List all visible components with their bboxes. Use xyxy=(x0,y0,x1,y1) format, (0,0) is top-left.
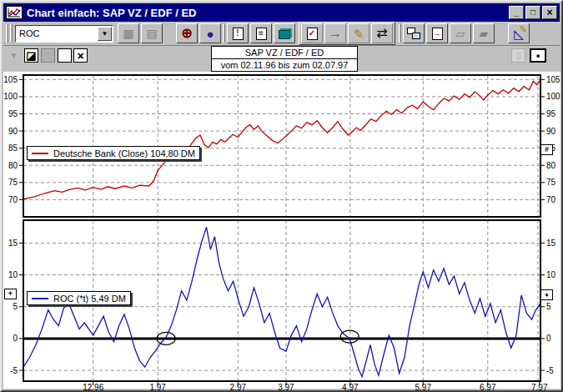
roc-pane-tool-button[interactable]: ♦ xyxy=(540,289,553,300)
chart-controls-row: ▼ ◪ × SAP VZ / EDF / ED vom 02.11.96 bis… xyxy=(3,46,560,72)
portfolio-cube-button[interactable] xyxy=(274,23,295,43)
svg-text:15: 15 xyxy=(546,239,556,248)
svg-text:95: 95 xyxy=(546,109,556,118)
title-bar[interactable]: Chart einfach: SAP VZ / EDF / ED _ □ × xyxy=(3,3,560,22)
draw-button[interactable]: ✎ xyxy=(348,23,369,43)
gray-fill-button[interactable] xyxy=(41,48,55,63)
send-to-window-button[interactable]: → xyxy=(426,23,448,43)
svg-text:75: 75 xyxy=(8,178,18,187)
roc-series-line-sample xyxy=(32,298,48,299)
maximize-button[interactable]: □ xyxy=(525,6,540,19)
svg-text:105: 105 xyxy=(546,75,560,84)
price-legend[interactable]: Deutsche Bank (Close) 104,80 DM xyxy=(27,146,200,160)
chart-info-box: SAP VZ / EDF / ED vom 02.11.96 bis zum 0… xyxy=(211,46,358,72)
svg-text:12.96: 12.96 xyxy=(83,383,103,392)
svg-text:95: 95 xyxy=(8,109,18,118)
toolbar-separator xyxy=(399,24,401,43)
zoom-button[interactable]: ⊕ xyxy=(176,23,198,43)
chevron-down-icon[interactable]: ▼ xyxy=(98,27,112,41)
window-title: Chart einfach: SAP VZ / EDF / ED xyxy=(27,7,509,19)
svg-text:70: 70 xyxy=(8,195,18,204)
report-button[interactable]: ! xyxy=(227,23,249,43)
price-legend-label: Deutsche Bank (Close) 104,80 DM xyxy=(53,148,195,158)
svg-text:4.97: 4.97 xyxy=(342,383,359,392)
svg-text:80: 80 xyxy=(8,161,18,170)
svg-text:80: 80 xyxy=(546,161,556,170)
chart-info-title: SAP VZ / EDF / ED xyxy=(212,47,357,59)
zoom-target-icon: ⊕ xyxy=(181,27,192,40)
send-window-icon: → xyxy=(432,28,443,40)
svg-text:-5: -5 xyxy=(546,366,554,375)
tile-windows-button[interactable] xyxy=(403,23,425,43)
svg-text:7.97: 7.97 xyxy=(531,383,548,392)
price-series-line-sample xyxy=(32,153,48,154)
report-doc-icon: ! xyxy=(233,28,244,40)
design-chart-button[interactable]: ◺ ✎ xyxy=(508,23,530,43)
svg-text:0: 0 xyxy=(13,334,18,343)
svg-text:2.97: 2.97 xyxy=(230,383,247,392)
forward-button[interactable]: → xyxy=(324,23,346,43)
svg-text:10: 10 xyxy=(546,270,556,279)
svg-text:105: 105 xyxy=(3,75,18,84)
svg-text:10: 10 xyxy=(8,270,18,279)
svg-text:5: 5 xyxy=(546,302,551,311)
roc-legend-label: ROC (*t) 5,49 DM xyxy=(53,294,126,304)
svg-text:0: 0 xyxy=(546,334,551,343)
toolbar-handle[interactable] xyxy=(6,24,8,43)
plus-icon: + xyxy=(8,290,13,298)
small-dropdown-icon: ▼ xyxy=(10,51,18,60)
dot-mode-button[interactable]: • xyxy=(530,48,546,63)
svg-text:75: 75 xyxy=(546,178,556,187)
close-button[interactable]: × xyxy=(542,6,557,19)
app-chart-icon xyxy=(6,6,23,19)
chart-area[interactable]: 707075758080858590909595100100105105-5-5… xyxy=(2,72,563,392)
eraser-icon: ▱ xyxy=(456,28,465,39)
indicator-value: ROC xyxy=(16,28,97,38)
tile-windows-icon xyxy=(407,28,420,39)
svg-text:90: 90 xyxy=(546,127,556,136)
bomb-icon: ● xyxy=(206,28,214,40)
app-window: Chart einfach: SAP VZ / EDF / ED _ □ × R… xyxy=(0,0,563,392)
main-toolbar: ROC ▼ ▦ ▤ ⊕ ● ! ≡ ✓ → ✎ ⇄ → ▱ xyxy=(3,22,560,46)
toolbar-separator xyxy=(223,24,225,43)
svg-text:-5: -5 xyxy=(10,366,18,375)
checklist-button[interactable]: ✓ xyxy=(301,23,323,43)
minimize-button[interactable]: _ xyxy=(509,6,524,19)
x-mark-icon: × xyxy=(77,49,83,63)
number-sign-icon: # xyxy=(545,146,549,153)
arrow-right-icon: → xyxy=(329,27,342,40)
pattern-fill-button[interactable]: ◪ xyxy=(24,48,38,63)
cube-icon xyxy=(279,30,290,39)
swap-scale-button[interactable]: ⇄ xyxy=(371,23,393,43)
roc-pane-add-button[interactable]: + xyxy=(4,289,17,299)
slider-diamond-icon: ♦ xyxy=(545,292,548,299)
svg-text:100: 100 xyxy=(546,92,560,101)
svg-text:85: 85 xyxy=(8,143,18,153)
analysis-bomb-button[interactable]: ● xyxy=(199,23,221,43)
notes-icon: ▤ xyxy=(146,28,157,39)
picture-icon: ▦ xyxy=(123,28,133,39)
brush-button: ▰ xyxy=(473,23,495,43)
price-pane-scale-button[interactable]: # xyxy=(540,144,553,155)
white-fill-button[interactable] xyxy=(58,48,72,63)
toolbar-handle[interactable] xyxy=(10,24,13,43)
indicator-select[interactable]: ROC ▼ xyxy=(15,25,113,43)
svg-text:100: 100 xyxy=(3,92,18,101)
no-fill-button[interactable]: × xyxy=(73,48,88,63)
svg-text:70: 70 xyxy=(546,195,556,204)
svg-text:1.97: 1.97 xyxy=(149,383,166,392)
text-page-button[interactable]: ≡ xyxy=(250,23,272,43)
window-mode-disabled: ▯ xyxy=(511,48,525,63)
brush-icon: ▰ xyxy=(480,28,489,39)
chart-info-range: vom 02.11.96 bis zum 02.07.97 xyxy=(212,59,357,71)
svg-text:15: 15 xyxy=(8,239,18,248)
dot-icon: • xyxy=(536,50,540,62)
maximize-icon: □ xyxy=(530,8,535,17)
svg-text:90: 90 xyxy=(8,127,18,136)
svg-text:5.97: 5.97 xyxy=(415,383,432,392)
style-dropdown-disabled: ▼ xyxy=(7,48,21,63)
eraser-button: ▱ xyxy=(450,23,471,43)
notes-button: ▤ xyxy=(141,23,163,43)
pencil-icon: ✎ xyxy=(354,28,364,40)
roc-legend[interactable]: ROC (*t) 5,49 DM xyxy=(27,291,131,305)
